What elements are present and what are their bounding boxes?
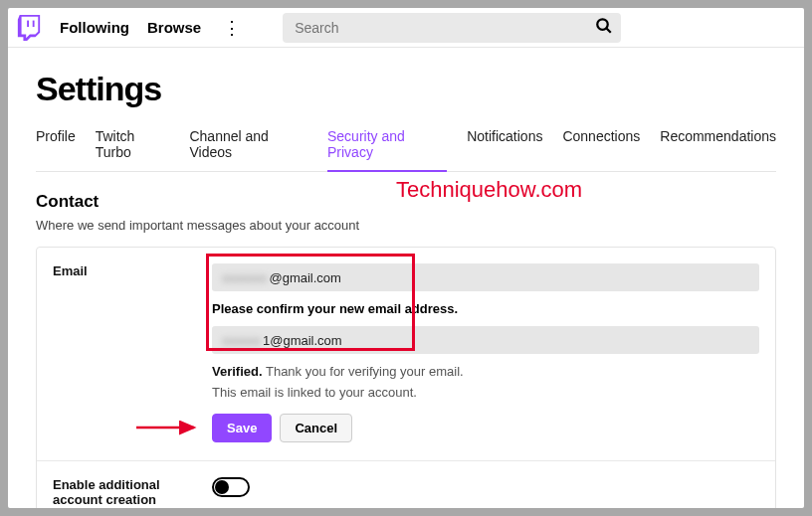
search-input[interactable] bbox=[295, 20, 595, 36]
twitch-logo-icon[interactable] bbox=[16, 15, 42, 41]
contact-subtext: Where we send important messages about y… bbox=[36, 218, 776, 233]
svg-line-3 bbox=[606, 28, 611, 33]
email-input-current[interactable]: xxxxxxx@gmail.com bbox=[212, 263, 759, 291]
email-label: Email bbox=[53, 263, 212, 442]
nav-following[interactable]: Following bbox=[60, 19, 129, 36]
tab-recommendations[interactable]: Recommendations bbox=[660, 122, 776, 171]
tab-connections[interactable]: Connections bbox=[562, 122, 640, 171]
additional-desc: Additional Twitch accounts can be create… bbox=[212, 505, 759, 508]
svg-point-2 bbox=[597, 19, 608, 30]
email-suffix: @gmail.com bbox=[270, 270, 341, 285]
content: Settings Profile Twitch Turbo Channel an… bbox=[8, 48, 804, 508]
search-icon[interactable] bbox=[595, 17, 613, 39]
additional-label-line2: account creation bbox=[53, 492, 212, 507]
search-box[interactable] bbox=[283, 13, 621, 43]
verified-text: Verified. Thank you for verifying your e… bbox=[212, 364, 759, 379]
additional-account-row: Enable additional account creation Addit… bbox=[37, 461, 775, 508]
email-row: Email xxxxxxx@gmail.com Please confirm y… bbox=[37, 248, 775, 461]
toggle-knob bbox=[215, 480, 229, 494]
tab-profile[interactable]: Profile bbox=[36, 122, 76, 171]
tab-channel-videos[interactable]: Channel and Videos bbox=[189, 122, 307, 171]
linked-text: This email is linked to your account. bbox=[212, 385, 759, 400]
email-suffix: 1@gmail.com bbox=[263, 333, 342, 348]
tab-security-privacy[interactable]: Security and Privacy bbox=[327, 122, 447, 172]
redacted-text: xxxxxx bbox=[222, 333, 261, 348]
svg-rect-1 bbox=[33, 20, 35, 27]
more-menu-icon[interactable]: ⋮ bbox=[219, 17, 245, 39]
email-input-confirm[interactable]: xxxxxx1@gmail.com bbox=[212, 326, 759, 354]
contact-heading: Contact bbox=[36, 192, 776, 212]
save-button[interactable]: Save bbox=[212, 414, 272, 442]
additional-account-toggle[interactable] bbox=[212, 477, 250, 497]
settings-tabs: Profile Twitch Turbo Channel and Videos … bbox=[36, 122, 776, 172]
email-body: xxxxxxx@gmail.com Please confirm your ne… bbox=[212, 263, 759, 442]
verified-bold: Verified. bbox=[212, 364, 263, 379]
tab-twitch-turbo[interactable]: Twitch Turbo bbox=[96, 122, 170, 171]
additional-label-line1: Enable additional bbox=[53, 477, 212, 492]
topbar: Following Browse ⋮ bbox=[8, 8, 804, 48]
additional-label: Enable additional account creation bbox=[53, 477, 212, 508]
settings-panel: Email xxxxxxx@gmail.com Please confirm y… bbox=[36, 247, 776, 508]
svg-rect-0 bbox=[27, 20, 29, 27]
verified-rest: Thank you for verifying your email. bbox=[263, 364, 464, 379]
nav-browse[interactable]: Browse bbox=[147, 19, 201, 36]
app-window: Following Browse ⋮ Settings Profile Twit… bbox=[8, 8, 804, 508]
confirm-email-text: Please confirm your new email address. bbox=[212, 301, 759, 316]
additional-body: Additional Twitch accounts can be create… bbox=[212, 477, 759, 508]
tab-notifications[interactable]: Notifications bbox=[467, 122, 542, 171]
button-row: Save Cancel bbox=[212, 414, 759, 442]
redacted-text: xxxxxxx bbox=[222, 270, 268, 285]
page-title: Settings bbox=[36, 70, 776, 108]
cancel-button[interactable]: Cancel bbox=[280, 414, 352, 442]
